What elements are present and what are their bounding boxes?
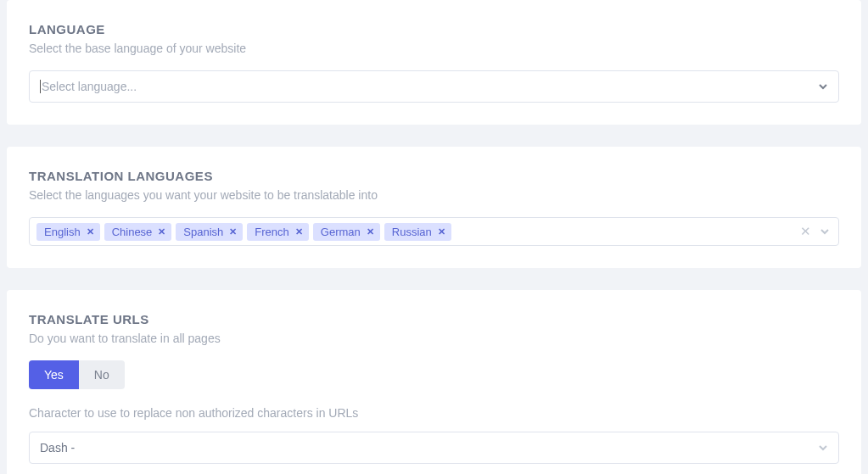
remove-chip-icon[interactable]: ✕ xyxy=(438,226,445,237)
language-title: LANGUAGE xyxy=(29,22,839,36)
language-chip[interactable]: Russian ✕ xyxy=(384,223,451,241)
remove-chip-icon[interactable]: ✕ xyxy=(87,226,94,237)
text-cursor xyxy=(40,80,41,93)
remove-chip-icon[interactable]: ✕ xyxy=(229,226,237,237)
no-button[interactable]: No xyxy=(79,360,125,389)
chip-label: Chinese xyxy=(112,226,153,238)
remove-chip-icon[interactable]: ✕ xyxy=(295,226,303,237)
translation-title: TRANSLATION LANGUAGES xyxy=(29,169,839,183)
urls-title: TRANSLATE URLS xyxy=(29,312,839,326)
clear-all-icon[interactable]: ✕ xyxy=(800,224,811,239)
remove-chip-icon[interactable]: ✕ xyxy=(367,226,374,237)
language-chip[interactable]: English ✕ xyxy=(36,223,100,241)
chevron-down-icon xyxy=(818,81,828,92)
translation-languages-multiselect[interactable]: English ✕ Chinese ✕ Spanish ✕ French ✕ G… xyxy=(29,217,839,246)
replacement-char-value: Dash - xyxy=(40,441,75,454)
chip-label: German xyxy=(321,226,361,238)
chip-label: French xyxy=(255,226,288,238)
chevron-down-icon[interactable] xyxy=(820,226,830,237)
language-card: LANGUAGE Select the base language of you… xyxy=(7,0,861,125)
chip-label: Spanish xyxy=(183,226,223,238)
chevron-down-icon xyxy=(818,443,828,453)
language-subtitle: Select the base language of your website xyxy=(29,42,839,55)
multiselect-controls: ✕ xyxy=(800,224,830,239)
replacement-char-select[interactable]: Dash - xyxy=(29,432,839,464)
replacement-char-label: Character to use to replace non authoriz… xyxy=(29,406,839,420)
chip-label: English xyxy=(44,226,81,238)
yes-button[interactable]: Yes xyxy=(29,360,79,389)
base-language-placeholder: Select language... xyxy=(42,80,137,93)
translate-urls-card: TRANSLATE URLS Do you want to translate … xyxy=(7,290,861,474)
translation-subtitle: Select the languages you want your websi… xyxy=(29,188,839,202)
language-chip[interactable]: German ✕ xyxy=(313,223,380,241)
remove-chip-icon[interactable]: ✕ xyxy=(158,226,165,237)
language-chip[interactable]: French ✕ xyxy=(247,223,308,241)
translate-urls-toggle: Yes No xyxy=(29,360,125,389)
translation-languages-card: TRANSLATION LANGUAGES Select the languag… xyxy=(7,147,861,268)
chip-label: Russian xyxy=(392,226,432,238)
base-language-select[interactable]: Select language... xyxy=(29,70,839,103)
urls-subtitle: Do you want to translate in all pages xyxy=(29,332,839,345)
language-chip[interactable]: Spanish ✕ xyxy=(176,223,243,241)
language-chip[interactable]: Chinese ✕ xyxy=(104,223,172,241)
